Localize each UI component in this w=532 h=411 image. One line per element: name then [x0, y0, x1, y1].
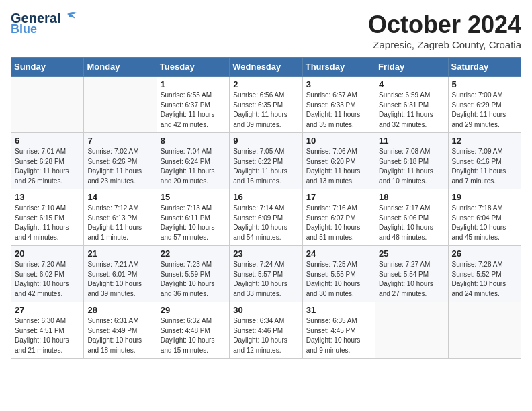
calendar-cell: 7Sunrise: 7:02 AMSunset: 6:26 PMDaylight… — [84, 133, 157, 189]
day-info: Sunrise: 7:14 AMSunset: 6:09 PMDaylight:… — [233, 203, 298, 242]
calendar-cell — [84, 77, 157, 133]
calendar-cell: 1Sunrise: 6:55 AMSunset: 6:37 PMDaylight… — [157, 77, 229, 133]
day-number: 23 — [233, 248, 298, 259]
day-info: Sunrise: 7:13 AMSunset: 6:11 PMDaylight:… — [161, 203, 226, 242]
day-info: Sunrise: 7:20 AMSunset: 6:02 PMDaylight:… — [15, 260, 80, 299]
header-wednesday: Wednesday — [230, 58, 302, 77]
calendar-cell: 25Sunrise: 7:27 AMSunset: 5:54 PMDayligh… — [375, 246, 448, 302]
logo: General Blue — [11, 11, 77, 36]
page-header: General Blue October 2024 Zapresic, Zagr… — [11, 11, 521, 50]
day-info: Sunrise: 6:30 AMSunset: 4:51 PMDaylight:… — [15, 316, 80, 355]
calendar-header: Sunday Monday Tuesday Wednesday Thursday… — [11, 58, 521, 77]
day-info: Sunrise: 6:57 AMSunset: 6:33 PMDaylight:… — [306, 91, 371, 130]
calendar-cell: 12Sunrise: 7:09 AMSunset: 6:16 PMDayligh… — [448, 133, 521, 189]
day-number: 28 — [87, 305, 152, 315]
weekday-row: Sunday Monday Tuesday Wednesday Thursday… — [11, 58, 521, 77]
day-number: 9 — [233, 136, 298, 146]
day-number: 15 — [161, 192, 226, 202]
day-number: 18 — [379, 192, 444, 202]
day-number: 25 — [379, 248, 444, 259]
day-number: 10 — [306, 136, 371, 146]
calendar-table: Sunday Monday Tuesday Wednesday Thursday… — [11, 57, 521, 359]
day-number: 31 — [306, 305, 371, 315]
day-info: Sunrise: 7:16 AMSunset: 6:07 PMDaylight:… — [306, 203, 371, 242]
title-area: October 2024 Zapresic, Zagreb County, Cr… — [368, 11, 521, 50]
calendar-cell: 18Sunrise: 7:17 AMSunset: 6:06 PMDayligh… — [375, 189, 448, 246]
day-info: Sunrise: 7:01 AMSunset: 6:28 PMDaylight:… — [15, 147, 80, 186]
day-number: 11 — [379, 136, 444, 146]
header-sunday: Sunday — [11, 58, 84, 77]
location: Zapresic, Zagreb County, Croatia — [368, 39, 521, 50]
day-info: Sunrise: 7:02 AMSunset: 6:26 PMDaylight:… — [87, 147, 152, 186]
day-info: Sunrise: 6:34 AMSunset: 4:46 PMDaylight:… — [233, 316, 298, 355]
day-info: Sunrise: 7:05 AMSunset: 6:22 PMDaylight:… — [233, 147, 298, 186]
day-info: Sunrise: 7:12 AMSunset: 6:13 PMDaylight:… — [87, 203, 152, 242]
day-info: Sunrise: 6:55 AMSunset: 6:37 PMDaylight:… — [161, 91, 226, 130]
day-info: Sunrise: 7:00 AMSunset: 6:29 PMDaylight:… — [452, 91, 517, 130]
calendar-cell: 8Sunrise: 7:04 AMSunset: 6:24 PMDaylight… — [157, 133, 229, 189]
header-thursday: Thursday — [302, 58, 375, 77]
calendar-cell: 19Sunrise: 7:18 AMSunset: 6:04 PMDayligh… — [448, 189, 521, 246]
day-number: 27 — [15, 305, 80, 315]
calendar-cell: 15Sunrise: 7:13 AMSunset: 6:11 PMDayligh… — [157, 189, 229, 246]
calendar-cell: 4Sunrise: 6:59 AMSunset: 6:31 PMDaylight… — [375, 77, 448, 133]
day-info: Sunrise: 6:35 AMSunset: 4:45 PMDaylight:… — [306, 316, 371, 355]
calendar-cell: 2Sunrise: 6:56 AMSunset: 6:35 PMDaylight… — [230, 77, 302, 133]
day-info: Sunrise: 6:59 AMSunset: 6:31 PMDaylight:… — [379, 91, 444, 130]
day-number: 5 — [452, 79, 517, 89]
calendar-week-3: 13Sunrise: 7:10 AMSunset: 6:15 PMDayligh… — [11, 189, 521, 246]
calendar-cell: 6Sunrise: 7:01 AMSunset: 6:28 PMDaylight… — [11, 133, 84, 189]
day-number: 1 — [161, 79, 226, 89]
calendar-week-2: 6Sunrise: 7:01 AMSunset: 6:28 PMDaylight… — [11, 133, 521, 189]
calendar-cell: 30Sunrise: 6:34 AMSunset: 4:46 PMDayligh… — [230, 302, 302, 359]
day-number: 24 — [306, 248, 371, 259]
calendar-cell: 13Sunrise: 7:10 AMSunset: 6:15 PMDayligh… — [11, 189, 84, 246]
day-number: 29 — [161, 305, 226, 315]
calendar-cell: 16Sunrise: 7:14 AMSunset: 6:09 PMDayligh… — [230, 189, 302, 246]
calendar-cell: 31Sunrise: 6:35 AMSunset: 4:45 PMDayligh… — [302, 302, 375, 359]
day-info: Sunrise: 7:17 AMSunset: 6:06 PMDaylight:… — [379, 203, 444, 242]
calendar-cell: 10Sunrise: 7:06 AMSunset: 6:20 PMDayligh… — [302, 133, 375, 189]
day-info: Sunrise: 7:23 AMSunset: 5:59 PMDaylight:… — [161, 260, 226, 299]
day-info: Sunrise: 7:06 AMSunset: 6:20 PMDaylight:… — [306, 147, 371, 186]
day-info: Sunrise: 6:31 AMSunset: 4:49 PMDaylight:… — [87, 316, 152, 355]
calendar-cell: 17Sunrise: 7:16 AMSunset: 6:07 PMDayligh… — [302, 189, 375, 246]
day-info: Sunrise: 7:09 AMSunset: 6:16 PMDaylight:… — [452, 147, 517, 186]
day-number: 3 — [306, 79, 371, 89]
calendar-cell: 24Sunrise: 7:25 AMSunset: 5:55 PMDayligh… — [302, 246, 375, 302]
calendar-cell: 21Sunrise: 7:21 AMSunset: 6:01 PMDayligh… — [84, 246, 157, 302]
header-monday: Monday — [84, 58, 157, 77]
day-number: 30 — [233, 305, 298, 315]
day-info: Sunrise: 7:18 AMSunset: 6:04 PMDaylight:… — [452, 203, 517, 242]
logo-blue: Blue — [11, 23, 37, 36]
day-number: 13 — [15, 192, 80, 202]
day-number: 2 — [233, 79, 298, 89]
day-number: 8 — [161, 136, 226, 146]
day-number: 20 — [15, 248, 80, 259]
day-info: Sunrise: 7:08 AMSunset: 6:18 PMDaylight:… — [379, 147, 444, 186]
calendar-cell: 20Sunrise: 7:20 AMSunset: 6:02 PMDayligh… — [11, 246, 84, 302]
calendar-week-5: 27Sunrise: 6:30 AMSunset: 4:51 PMDayligh… — [11, 302, 521, 359]
calendar-cell — [375, 302, 448, 359]
day-info: Sunrise: 7:10 AMSunset: 6:15 PMDaylight:… — [15, 203, 80, 242]
day-number: 17 — [306, 192, 371, 202]
day-number: 26 — [452, 248, 517, 259]
day-number: 6 — [15, 136, 80, 146]
day-number: 21 — [87, 248, 152, 259]
day-info: Sunrise: 7:04 AMSunset: 6:24 PMDaylight:… — [161, 147, 226, 186]
header-friday: Friday — [375, 58, 448, 77]
day-info: Sunrise: 7:24 AMSunset: 5:57 PMDaylight:… — [233, 260, 298, 299]
calendar-cell: 27Sunrise: 6:30 AMSunset: 4:51 PMDayligh… — [11, 302, 84, 359]
calendar-cell — [11, 77, 84, 133]
calendar-cell: 3Sunrise: 6:57 AMSunset: 6:33 PMDaylight… — [302, 77, 375, 133]
header-tuesday: Tuesday — [157, 58, 229, 77]
calendar-cell: 22Sunrise: 7:23 AMSunset: 5:59 PMDayligh… — [157, 246, 229, 302]
day-number: 14 — [87, 192, 152, 202]
day-number: 19 — [452, 192, 517, 202]
logo-bird-icon — [62, 11, 77, 23]
day-info: Sunrise: 7:28 AMSunset: 5:52 PMDaylight:… — [452, 260, 517, 299]
calendar-week-1: 1Sunrise: 6:55 AMSunset: 6:37 PMDaylight… — [11, 77, 521, 133]
day-info: Sunrise: 7:27 AMSunset: 5:54 PMDaylight:… — [379, 260, 444, 299]
day-info: Sunrise: 7:21 AMSunset: 6:01 PMDaylight:… — [87, 260, 152, 299]
calendar-body: 1Sunrise: 6:55 AMSunset: 6:37 PMDaylight… — [11, 77, 521, 359]
